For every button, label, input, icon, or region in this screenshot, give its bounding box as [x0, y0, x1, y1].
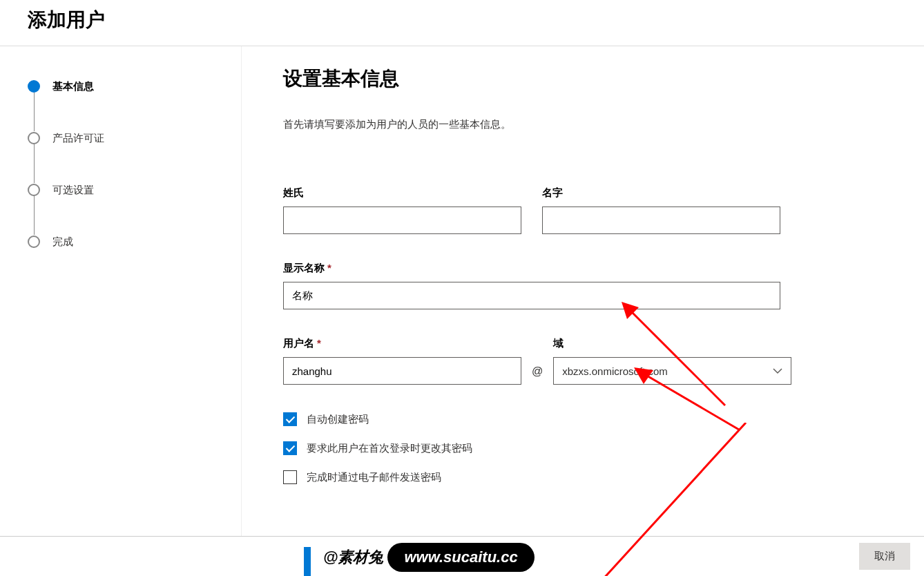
- displayname-input[interactable]: [283, 282, 780, 309]
- required-asterisk: *: [317, 337, 321, 349]
- username-group: 用户名*: [283, 337, 521, 385]
- step-label: 基本信息: [52, 80, 94, 93]
- step-label: 可选设置: [52, 184, 94, 197]
- step-connector: [34, 195, 35, 235]
- main-content: 设置基本信息 首先请填写要添加为用户的人员的一些基本信息。 姓氏 名字 显示名称…: [242, 46, 924, 576]
- step-licenses[interactable]: 产品许可证: [28, 131, 241, 145]
- username-row: 用户名* @ 域 xbzxs.onmicrosoft.com: [283, 337, 924, 385]
- domain-value: xbzxs.onmicrosoft.com: [562, 365, 668, 377]
- step-bullet-icon: [28, 184, 40, 196]
- step-connector: [34, 144, 35, 183]
- section-heading: 设置基本信息: [283, 66, 924, 92]
- email-password-label: 完成时通过电子邮件发送密码: [307, 471, 441, 484]
- step-bullet-icon: [28, 80, 40, 93]
- change-password-label: 要求此用户在首次登录时更改其密码: [307, 442, 472, 455]
- step-list: 基本信息 产品许可证 可选设置 完成: [28, 79, 241, 249]
- chevron-down-icon: [773, 366, 782, 376]
- page-header: 添加用户: [0, 0, 924, 46]
- displayname-row: 显示名称*: [283, 262, 924, 309]
- auto-password-checkbox[interactable]: [283, 412, 297, 426]
- step-optional[interactable]: 可选设置: [28, 183, 241, 197]
- step-finish[interactable]: 完成: [28, 235, 241, 249]
- next-button-partial[interactable]: [304, 547, 311, 576]
- section-subtitle: 首先请填写要添加为用户的人员的一些基本信息。: [283, 118, 924, 131]
- required-asterisk: *: [327, 262, 331, 273]
- domain-select[interactable]: xbzxs.onmicrosoft.com: [553, 357, 791, 385]
- email-password-checkbox[interactable]: [283, 470, 297, 484]
- lastname-group: 姓氏: [283, 186, 521, 234]
- main-container: 基本信息 产品许可证 可选设置 完成 设置基本信息 首先请填写要添加为用户的人员…: [0, 46, 924, 576]
- displayname-label: 显示名称*: [283, 262, 780, 275]
- password-options: 自动创建密码 要求此用户在首次登录时更改其密码 完成时通过电子邮件发送密码: [283, 412, 924, 484]
- step-bullet-icon: [28, 132, 40, 144]
- domain-group: 域 xbzxs.onmicrosoft.com: [553, 337, 791, 385]
- at-symbol: @: [532, 365, 543, 385]
- label-text: 用户名: [283, 337, 314, 349]
- firstname-label: 名字: [542, 186, 780, 200]
- watermark-left: @素材兔: [311, 543, 393, 572]
- email-password-row: 完成时通过电子邮件发送密码: [283, 470, 924, 484]
- step-label: 产品许可证: [52, 132, 104, 145]
- username-label: 用户名*: [283, 337, 521, 350]
- step-connector: [34, 92, 35, 131]
- step-label: 完成: [52, 236, 73, 249]
- cancel-button[interactable]: 取消: [859, 543, 910, 570]
- domain-label: 域: [553, 337, 791, 350]
- label-text: 显示名称: [283, 262, 325, 273]
- auto-password-label: 自动创建密码: [307, 413, 369, 426]
- step-bullet-icon: [28, 236, 40, 248]
- firstname-input[interactable]: [542, 207, 780, 234]
- wizard-sidebar: 基本信息 产品许可证 可选设置 完成: [0, 46, 242, 576]
- page-title: 添加用户: [28, 7, 924, 33]
- auto-password-row: 自动创建密码: [283, 412, 924, 426]
- username-input[interactable]: [283, 357, 521, 385]
- change-password-row: 要求此用户在首次登录时更改其密码: [283, 441, 924, 455]
- lastname-input[interactable]: [283, 207, 521, 234]
- displayname-group: 显示名称*: [283, 262, 780, 309]
- name-row: 姓氏 名字: [283, 186, 924, 234]
- watermark: @素材兔 www.sucaitu.cc: [311, 543, 535, 572]
- change-password-checkbox[interactable]: [283, 441, 297, 455]
- firstname-group: 名字: [542, 186, 780, 234]
- step-basic-info[interactable]: 基本信息: [28, 79, 241, 93]
- lastname-label: 姓氏: [283, 186, 521, 200]
- watermark-right: www.sucaitu.cc: [387, 543, 534, 572]
